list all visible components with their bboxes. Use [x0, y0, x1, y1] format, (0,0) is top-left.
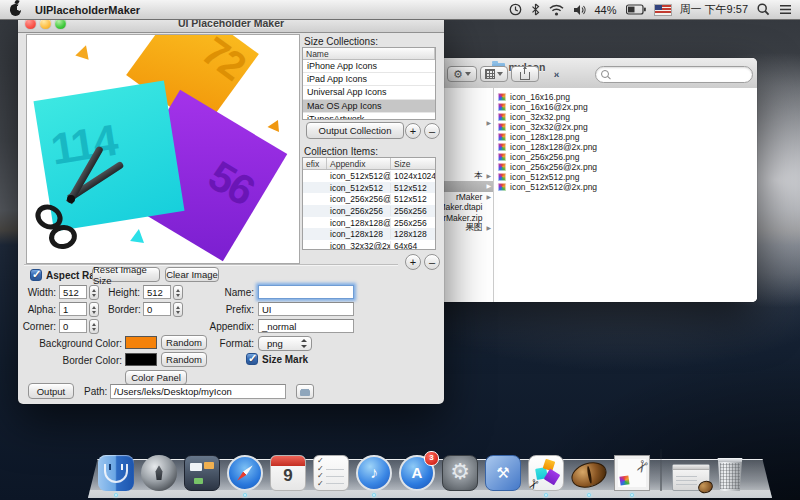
dock-item-minimized-window[interactable]: [672, 464, 710, 491]
dock-item-launchpad[interactable]: [141, 455, 177, 491]
dock-item-photo-scissors-app[interactable]: ✂: [614, 455, 650, 491]
border-color-swatch[interactable]: [125, 353, 157, 366]
size-mark-checkbox[interactable]: [246, 353, 258, 365]
finder-file-row[interactable]: icon_256x256@2x.png: [493, 162, 610, 172]
action-menu-button[interactable]: ⚙: [447, 66, 477, 82]
background-color-swatch[interactable]: [125, 336, 157, 349]
size-collection-row[interactable]: iPhone App Icons: [303, 60, 435, 73]
aspect-ratio-checkbox[interactable]: [30, 269, 42, 281]
dock-item-safari[interactable]: [227, 455, 263, 491]
dock-item-uiplaceholdermaker[interactable]: ✂: [528, 455, 564, 491]
background-color-label: Background Color:: [26, 338, 122, 349]
size-collections-body: iPhone App Icons iPad App Icons Universa…: [303, 60, 435, 120]
disclosure-triangle-icon[interactable]: ▶: [486, 183, 491, 189]
border-stepper[interactable]: [173, 302, 183, 317]
appendix-field[interactable]: _normal: [258, 319, 354, 333]
collection-item-row[interactable]: icon_256x256@2x 512x512: [303, 193, 435, 205]
running-indicator: [587, 493, 591, 497]
size-collection-row[interactable]: Mac OS App Icons: [303, 100, 435, 113]
reset-image-size-button[interactable]: Reset Image Size: [92, 267, 160, 282]
volume-icon[interactable]: [573, 4, 586, 16]
finder-file-row[interactable]: icon_16x16@2x.png: [493, 102, 610, 112]
finder-file-row[interactable]: icon_128x128@2x.png: [493, 142, 610, 152]
collection-item-row[interactable]: icon_128x128@2x 256x256: [303, 217, 435, 229]
height-stepper[interactable]: [173, 285, 183, 300]
clear-image-button[interactable]: Clear Image: [165, 267, 219, 282]
size-collections-header[interactable]: Name: [303, 48, 435, 60]
search-field[interactable]: [595, 66, 753, 83]
disclosure-triangle-icon[interactable]: ▶: [486, 225, 491, 231]
toolbar-app-button[interactable]: ›‹: [546, 66, 566, 82]
finder-file-row[interactable]: icon_512x512.png: [493, 172, 610, 182]
corner-stepper[interactable]: [89, 319, 99, 334]
width-stepper[interactable]: [89, 285, 99, 300]
width-field[interactable]: 512: [59, 285, 87, 299]
alpha-stepper[interactable]: [89, 302, 99, 317]
view-options-button[interactable]: [480, 66, 508, 82]
format-popup[interactable]: png: [258, 336, 312, 351]
desktop[interactable]: myIcon ⚙ ›‹ ▶ ▶ ▶ ▶ ▶ 本 ▶ ▶: [0, 0, 800, 500]
finder-file-row[interactable]: icon_32x32@2x.png: [493, 122, 610, 132]
time-machine-icon[interactable]: [509, 3, 522, 16]
size-collection-row[interactable]: Universal App Icons: [303, 86, 435, 99]
dock-item-itunes[interactable]: ♪: [356, 455, 392, 491]
image-preview[interactable]: 72 56 114: [26, 34, 300, 264]
add-collection-button[interactable]: +: [405, 123, 421, 139]
output-button[interactable]: Output: [28, 383, 74, 399]
dock-item-xcode[interactable]: ⚒: [485, 455, 521, 491]
dock-item-app-store[interactable]: A 3: [399, 455, 435, 491]
menu-clock[interactable]: 周一 下午9:57: [680, 2, 748, 17]
remove-collection-button[interactable]: –: [424, 123, 440, 139]
input-language-flag-icon[interactable]: [655, 5, 671, 15]
remove-item-button[interactable]: –: [424, 254, 440, 270]
app-window[interactable]: UI Placeholder Maker 72 56 114 Size Coll…: [18, 14, 444, 404]
dock-item-system-preferences[interactable]: ⚙: [442, 455, 478, 491]
notification-center-icon[interactable]: [779, 4, 792, 15]
dock-item-bean-app[interactable]: [571, 455, 607, 491]
border-field[interactable]: 0: [143, 302, 171, 316]
corner-field[interactable]: 0: [59, 319, 87, 333]
bluetooth-icon[interactable]: [531, 3, 540, 16]
battery-icon[interactable]: [626, 4, 646, 15]
finder-file-row[interactable]: icon_256x256.png: [493, 152, 610, 162]
disclosure-triangle-icon[interactable]: ▶: [486, 194, 491, 200]
dock-item-reminders[interactable]: ✓✓✓✓: [313, 455, 349, 491]
disclosure-triangle-icon[interactable]: ▶: [486, 120, 491, 126]
dock-item-finder[interactable]: [98, 455, 134, 491]
height-field[interactable]: 512: [143, 285, 171, 299]
dock-item-mission-control[interactable]: [184, 455, 220, 491]
size-collection-row[interactable]: iTunesArtwork: [303, 113, 435, 120]
size-collection-row[interactable]: iPad App Icons: [303, 73, 435, 86]
share-button[interactable]: [511, 66, 539, 82]
alpha-field[interactable]: 1: [59, 302, 87, 316]
random-border-button[interactable]: Random: [161, 352, 207, 367]
finder-file-row[interactable]: icon_16x16.png: [493, 92, 610, 102]
launchpad-icon: [141, 455, 177, 491]
dock-item-calendar[interactable]: 9: [270, 455, 306, 491]
collection-item-row[interactable]: icon_256x256 256x256: [303, 205, 435, 217]
collection-item-row[interactable]: icon_512x512 512x512: [303, 182, 435, 194]
finder-icon: [98, 455, 134, 491]
disclosure-triangle-icon[interactable]: ▶: [486, 173, 491, 179]
spotlight-icon[interactable]: [757, 3, 770, 16]
output-collection-button[interactable]: Output Collection: [306, 122, 404, 139]
prefix-field[interactable]: UI: [258, 302, 354, 316]
apple-menu-icon[interactable]: [10, 4, 21, 16]
add-item-button[interactable]: +: [405, 254, 421, 270]
collection-items-header[interactable]: efix Appendix Size: [303, 158, 435, 170]
finder-file-row[interactable]: icon_32x32.png: [493, 112, 610, 122]
name-field[interactable]: [258, 285, 354, 299]
finder-file-row[interactable]: icon_512x512@2x.png: [493, 182, 610, 192]
random-background-button[interactable]: Random: [161, 335, 207, 350]
photo-scissors-icon: ✂: [614, 455, 650, 491]
collection-item-row[interactable]: icon_128x128 128x128: [303, 228, 435, 240]
color-panel-button[interactable]: Color Panel: [125, 370, 187, 385]
dock-item-trash[interactable]: [717, 458, 743, 491]
wifi-icon[interactable]: [549, 4, 564, 16]
choose-folder-button[interactable]: [296, 384, 314, 399]
collection-item-row[interactable]: icon_32x32@2x 64x64: [303, 240, 435, 250]
path-field[interactable]: /Users/leks/Desktop/myIcon: [110, 384, 286, 399]
collection-item-row[interactable]: icon_512x512@2x 1024x1024: [303, 170, 435, 182]
finder-file-row[interactable]: icon_128x128.png: [493, 132, 610, 142]
menu-app-name[interactable]: UIPlaceholderMaker: [35, 4, 140, 16]
